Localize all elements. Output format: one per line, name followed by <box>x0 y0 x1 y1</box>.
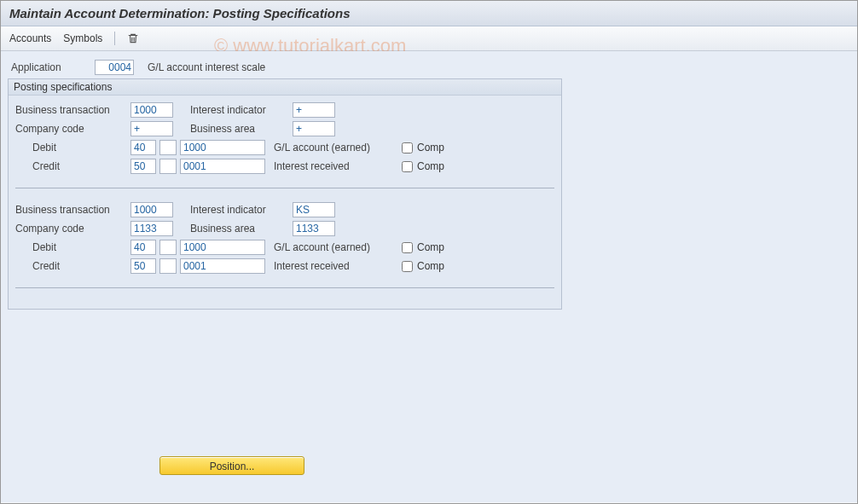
bus-area-label: Business area <box>190 123 293 135</box>
credit-extra-0[interactable] <box>159 159 177 174</box>
credit-desc-0: Interest received <box>274 160 393 172</box>
comp-label: Comp <box>417 160 444 172</box>
credit-extra-1[interactable] <box>159 258 177 274</box>
debit-extra-1[interactable] <box>159 240 177 255</box>
credit-acct-1[interactable] <box>180 258 265 274</box>
credit-comp-checkbox-1[interactable] <box>402 261 413 272</box>
application-desc: G/L account interest scale <box>148 61 265 73</box>
divider <box>15 188 554 188</box>
bus-trans-label: Business transaction <box>15 104 130 116</box>
group-title: Posting specifications <box>9 79 561 96</box>
position-button[interactable]: Position... <box>159 456 304 475</box>
comp-code-label: Company code <box>15 123 130 135</box>
toolbar-symbols[interactable]: Symbols <box>63 32 102 44</box>
bus-trans-label: Business transaction <box>15 204 130 216</box>
credit-comp-0[interactable]: Comp <box>398 159 444 175</box>
toolbar-accounts[interactable]: Accounts <box>9 32 51 44</box>
trash-icon[interactable] <box>127 32 139 44</box>
bus-trans-input-1[interactable] <box>130 202 173 217</box>
toolbar: Accounts Symbols <box>1 26 857 51</box>
debit-extra-0[interactable] <box>159 140 177 155</box>
debit-pk-0[interactable] <box>130 140 156 155</box>
credit-pk-0[interactable] <box>130 159 156 174</box>
debit-comp-1[interactable]: Comp <box>398 240 444 256</box>
application-label: Application <box>11 61 88 73</box>
application-value[interactable] <box>95 60 134 75</box>
int-ind-input-1[interactable] <box>293 202 335 217</box>
posting-spec-group: Posting specifications Business transact… <box>8 78 562 310</box>
credit-label: Credit <box>32 260 130 272</box>
credit-comp-1[interactable]: Comp <box>398 258 444 275</box>
credit-acct-0[interactable] <box>180 159 265 174</box>
content-area: Application G/L account interest scale P… <box>1 51 857 502</box>
bus-trans-input-0[interactable] <box>130 102 173 118</box>
comp-label: Comp <box>417 260 444 272</box>
int-ind-label: Interest indicator <box>190 204 293 216</box>
int-ind-label: Interest indicator <box>190 104 293 116</box>
bus-area-input-0[interactable] <box>293 121 335 136</box>
int-ind-input-0[interactable] <box>293 102 335 118</box>
page-title: Maintain Account Determination: Posting … <box>1 1 857 26</box>
debit-pk-1[interactable] <box>130 240 156 255</box>
comp-label: Comp <box>417 142 444 154</box>
debit-label: Debit <box>32 241 130 253</box>
debit-label: Debit <box>32 142 130 154</box>
comp-code-input-0[interactable] <box>130 121 173 136</box>
credit-desc-1: Interest received <box>274 260 393 272</box>
toolbar-separator <box>114 32 115 45</box>
credit-comp-checkbox-0[interactable] <box>402 161 413 172</box>
debit-acct-0[interactable] <box>180 140 265 155</box>
debit-comp-checkbox-1[interactable] <box>402 242 413 253</box>
debit-comp-0[interactable]: Comp <box>398 140 444 156</box>
debit-acct-1[interactable] <box>180 240 265 255</box>
comp-code-label: Company code <box>15 223 130 235</box>
bus-area-label: Business area <box>190 223 293 235</box>
comp-code-input-1[interactable] <box>130 221 173 236</box>
divider <box>15 287 554 288</box>
bus-area-input-1[interactable] <box>293 221 335 236</box>
debit-desc-0: G/L account (earned) <box>274 142 393 154</box>
debit-comp-checkbox-0[interactable] <box>402 142 413 154</box>
comp-label: Comp <box>417 241 444 253</box>
debit-desc-1: G/L account (earned) <box>274 241 393 253</box>
credit-pk-1[interactable] <box>130 258 156 274</box>
credit-label: Credit <box>32 160 130 172</box>
